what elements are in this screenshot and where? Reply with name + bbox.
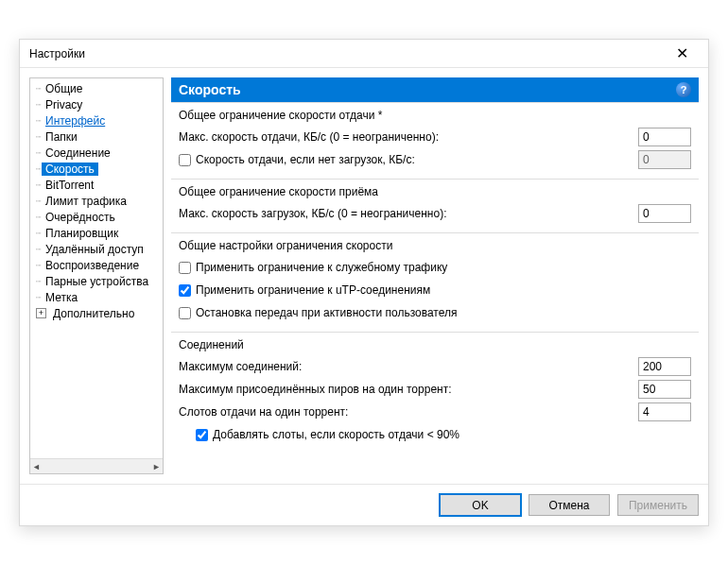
tree-branch-icon: ┈ (36, 180, 40, 190)
common-section-title: Общие настройки ограничения скорости (179, 239, 691, 252)
dialog-body: ┈Общие┈Privacy┈Интерфейс┈Папки┈Соединени… (20, 68, 708, 484)
stop-checkbox[interactable] (179, 307, 191, 319)
panel-title: Скорость (179, 82, 241, 97)
max-peers-label: Максимум присоединённых пиров на один то… (179, 383, 633, 396)
tree-branch-icon: ┈ (36, 100, 40, 110)
tree-item-10[interactable]: ┈Удалённый доступ (30, 241, 163, 257)
tree-branch-icon: ┈ (36, 132, 40, 142)
tree-item-label: Общие (42, 82, 86, 95)
button-bar: OK Отмена Применить (20, 484, 708, 525)
max-download-label: Макс. скорость загрузок, КБ/с (0 = неогр… (179, 207, 633, 220)
panel-header: Скорость ? (171, 77, 699, 102)
scroll-right-icon[interactable]: ► (152, 462, 161, 471)
max-upload-input[interactable] (638, 128, 691, 146)
max-download-input[interactable] (638, 204, 691, 223)
tree-item-label: Privacy (42, 98, 86, 111)
tree-item-12[interactable]: ┈Парные устройства (30, 273, 163, 289)
slots-input[interactable] (638, 402, 691, 421)
close-button[interactable]: ✕ (663, 41, 701, 67)
tree-item-label: Соединение (42, 146, 114, 160)
tree-item-0[interactable]: ┈Общие (30, 80, 163, 96)
download-section-title: Общее ограничение скорости приёма (179, 185, 691, 198)
tree-item-label: BitTorrent (42, 179, 97, 192)
max-global-label: Максимум соединений: (179, 360, 633, 373)
extra-slots-checkbox-label[interactable]: Добавлять слоты, если скорость отдачи < … (196, 428, 691, 441)
utp-label: Применить ограничение к uTP-соединениям (196, 283, 430, 297)
category-tree[interactable]: ┈Общие┈Privacy┈Интерфейс┈Папки┈Соединени… (29, 77, 164, 474)
titlebar: Настройки ✕ (20, 40, 708, 68)
tree-item-9[interactable]: ┈Планировщик (30, 225, 163, 241)
help-icon[interactable]: ? (676, 82, 691, 97)
tree-item-1[interactable]: ┈Privacy (30, 96, 163, 112)
slots-label: Слотов отдачи на один торрент: (179, 405, 633, 419)
tree-item-5[interactable]: ┈Скорость (30, 161, 163, 177)
stop-label: Остановка передач при активности пользов… (196, 306, 458, 319)
cancel-button[interactable]: Отмена (529, 494, 610, 516)
connections-section-title: Соединений (179, 338, 691, 351)
settings-dialog: Настройки ✕ ┈Общие┈Privacy┈Интерфейс┈Пап… (19, 39, 709, 526)
utp-checkbox[interactable] (179, 284, 191, 297)
tree-branch-icon: ┈ (36, 116, 40, 126)
alt-upload-row: Скорость отдачи, если нет загрузок, КБ/с… (179, 148, 691, 171)
download-section: Общее ограничение скорости приёма Макс. … (171, 179, 699, 232)
alt-upload-checkbox[interactable] (179, 154, 191, 166)
common-section: Общие настройки ограничения скорости При… (171, 232, 699, 332)
alt-upload-input[interactable] (638, 150, 691, 169)
tree-item-8[interactable]: ┈Очерёдность (30, 209, 163, 225)
tree-item-7[interactable]: ┈Лимит трафика (30, 193, 163, 209)
max-global-row: Максимум соединений: (179, 355, 691, 378)
scroll-left-icon[interactable]: ◄ (32, 462, 41, 471)
tree-branch-icon: ┈ (36, 293, 40, 302)
tree-branch-icon: ┈ (36, 277, 40, 286)
upload-section-title: Общее ограничение скорости отдачи * (179, 109, 691, 122)
stop-checkbox-label[interactable]: Остановка передач при активности пользов… (179, 306, 691, 319)
tree-item-label: Парные устройства (42, 275, 152, 288)
max-peers-row: Максимум присоединённых пиров на один то… (179, 378, 691, 401)
close-icon: ✕ (676, 44, 688, 62)
tree-branch-icon: ┈ (36, 229, 40, 238)
max-global-input[interactable] (638, 357, 691, 376)
tree-branch-icon: ┈ (36, 148, 40, 158)
slots-row: Слотов отдачи на один торрент: (179, 401, 691, 423)
tree-branch-icon: ┈ (36, 164, 40, 174)
tree-item-13[interactable]: ┈Метка (30, 289, 163, 305)
utp-row: Применить ограничение к uTP-соединениям (179, 279, 691, 301)
extra-slots-label: Добавлять слоты, если скорость отдачи < … (213, 428, 459, 441)
tree-branch-icon: ┈ (36, 84, 40, 94)
apply-button[interactable]: Применить (617, 494, 699, 516)
alt-upload-checkbox-label[interactable]: Скорость отдачи, если нет загрузок, КБ/с… (179, 153, 633, 166)
extra-slots-row: Добавлять слоты, если скорость отдачи < … (179, 423, 691, 446)
utp-checkbox-label[interactable]: Применить ограничение к uTP-соединениям (179, 283, 691, 297)
settings-panel: Скорость ? Общее ограничение скорости от… (171, 77, 699, 474)
extra-slots-checkbox[interactable] (196, 429, 208, 441)
overhead-checkbox-label[interactable]: Применить ограничение к служебному трафи… (179, 261, 691, 274)
overhead-checkbox[interactable] (179, 262, 191, 274)
expand-icon[interactable]: + (36, 308, 46, 318)
max-upload-row: Макс. скорость отдачи, КБ/с (0 = неогран… (179, 126, 691, 148)
upload-section: Общее ограничение скорости отдачи * Макс… (171, 102, 699, 179)
tree-branch-icon: ┈ (36, 197, 40, 206)
tree-item-label: Метка (42, 291, 81, 304)
tree-item-label: Папки (42, 130, 81, 144)
max-upload-label: Макс. скорость отдачи, КБ/с (0 = неогран… (179, 130, 633, 144)
tree-scrollbar[interactable]: ◄ ► (30, 458, 163, 473)
tree-item-label: Воспроизведение (42, 259, 143, 272)
tree-item-6[interactable]: ┈BitTorrent (30, 177, 163, 193)
tree-branch-icon: ┈ (36, 245, 40, 254)
alt-upload-label: Скорость отдачи, если нет загрузок, КБ/с… (196, 153, 415, 166)
tree-branch-icon: ┈ (36, 261, 40, 270)
stop-row: Остановка передач при активности пользов… (179, 301, 691, 324)
tree-item-label: Удалённый доступ (42, 243, 147, 256)
tree-item-label: Скорость (42, 163, 98, 176)
tree-item-4[interactable]: ┈Соединение (30, 145, 163, 161)
tree-item-label: Очерёдность (42, 211, 119, 224)
tree-item-2[interactable]: ┈Интерфейс (30, 112, 163, 128)
tree-item-11[interactable]: ┈Воспроизведение (30, 257, 163, 273)
tree-item-label: Дополнительно (49, 307, 138, 320)
ok-button[interactable]: OK (440, 494, 521, 516)
tree-item-14[interactable]: +Дополнительно (30, 305, 163, 321)
max-peers-input[interactable] (638, 380, 691, 399)
tree-item-3[interactable]: ┈Папки (30, 128, 163, 145)
tree-branch-icon: ┈ (36, 213, 40, 222)
overhead-label: Применить ограничение к служебному трафи… (196, 261, 447, 274)
